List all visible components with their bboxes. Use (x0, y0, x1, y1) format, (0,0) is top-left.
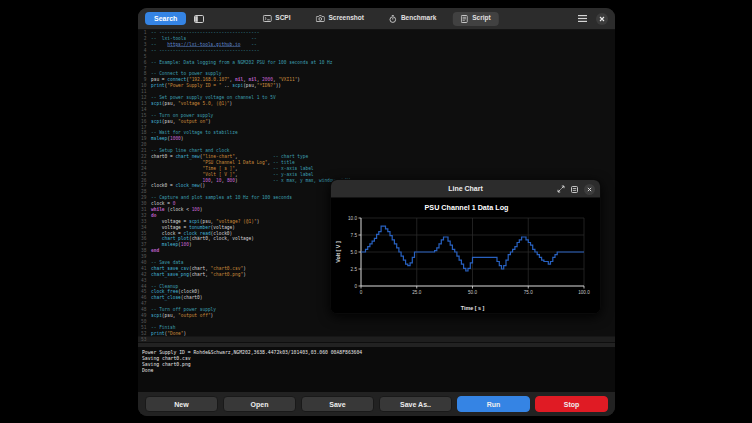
screenshot-icon (315, 15, 324, 22)
chart-window-controls (557, 180, 595, 198)
save-as-button[interactable]: Save As.. (379, 396, 452, 412)
svg-text:5.0: 5.0 (351, 250, 358, 255)
tab-benchmark[interactable]: Benchmark (381, 12, 444, 26)
console-line: Done (142, 367, 611, 373)
code-text: print("Power Supply ID = " .. scpi(psu,"… (151, 83, 281, 89)
code-text: -- Example: Data logging from a NGM202 P… (151, 59, 333, 65)
code-text: clock0 = clock_new() (151, 183, 205, 189)
tab-scpi[interactable]: SCPI (254, 12, 298, 25)
tab-label: Screenshot (328, 15, 363, 22)
svg-text:10.0: 10.0 (348, 216, 357, 221)
code-text: end (151, 248, 159, 254)
code-text: chart_save_png(chart, "chart0.png") (151, 272, 246, 278)
save-button[interactable]: Save (301, 396, 374, 412)
header-bar: Search SCPIScreenshotBenchmarkScript (138, 8, 615, 30)
benchmark-icon (389, 15, 397, 23)
script-icon (461, 15, 468, 23)
stop-button[interactable]: Stop (535, 396, 608, 412)
output-console: Power Supply ID = Rohde&Schwarz,NGM202,3… (138, 347, 615, 392)
svg-text:50.0: 50.0 (468, 290, 477, 295)
tab-label: SCPI (275, 15, 290, 22)
chart-menu-icon[interactable] (571, 186, 578, 193)
desktop-background: Search SCPIScreenshotBenchmarkScript (0, 0, 752, 423)
code-text: scpi(psu, "voltage 5.0, (@1)") (151, 101, 232, 107)
code-text: -- ------------------------------------- (151, 48, 259, 54)
expand-icon[interactable] (557, 185, 565, 193)
code-line-53: 53 (138, 336, 615, 342)
action-button-bar: NewOpenSaveSave As..RunStop (138, 392, 615, 416)
code-text: while (clock < 100) (151, 207, 202, 213)
chart-window-title: Line Chart (448, 185, 483, 192)
tab-screenshot[interactable]: Screenshot (307, 12, 371, 25)
svg-text:0: 0 (360, 290, 363, 295)
menu-icon[interactable] (578, 15, 587, 22)
svg-text:25.0: 25.0 (412, 290, 421, 295)
open-button[interactable]: Open (223, 396, 296, 412)
svg-text:100.0: 100.0 (578, 290, 590, 295)
sidebar-toggle-icon[interactable] (194, 15, 204, 23)
chart-svg: 025.050.075.0100.002.55.07.510.0PSU Chan… (331, 198, 601, 314)
code-text: chart_close(chart0) (151, 295, 202, 301)
svg-text:PSU Channel 1 Data Log: PSU Channel 1 Data Log (425, 203, 509, 212)
search-button[interactable]: Search (145, 12, 186, 25)
svg-text:Volt [ V ]: Volt [ V ] (335, 241, 341, 263)
line-chart-window: Line Chart 025.0 (330, 179, 601, 314)
new-button[interactable]: New (145, 396, 218, 412)
svg-text:2.5: 2.5 (351, 267, 358, 272)
code-text: scpi(psu, "output on") (151, 118, 211, 124)
header-right-controls (578, 13, 608, 25)
tab-script[interactable]: Script (453, 12, 498, 26)
tab-strip: SCPIScreenshotBenchmarkScript (254, 12, 498, 26)
svg-text:0: 0 (354, 284, 357, 289)
run-button[interactable]: Run (457, 396, 530, 412)
tab-label: Benchmark (401, 15, 436, 22)
tab-label: Script (472, 15, 490, 22)
window-close-button[interactable] (596, 13, 608, 25)
code-text: print("Done") (151, 330, 186, 336)
svg-text:Time [ s ]: Time [ s ] (461, 305, 485, 311)
svg-text:75.0: 75.0 (524, 290, 533, 295)
chart-close-icon[interactable] (584, 184, 595, 195)
line-number: 53 (138, 336, 151, 342)
line-chart-plot: 025.050.075.0100.002.55.07.510.0PSU Chan… (331, 198, 600, 314)
scpi-icon (262, 15, 271, 22)
code-text: msleep(1000) (151, 136, 184, 142)
code-text: scpi(psu, "output off") (151, 313, 213, 319)
svg-text:7.5: 7.5 (351, 233, 358, 238)
console-text: Power Supply ID = Rohde&Schwarz,NGM202,3… (138, 347, 615, 375)
chart-window-titlebar[interactable]: Line Chart (331, 180, 600, 198)
